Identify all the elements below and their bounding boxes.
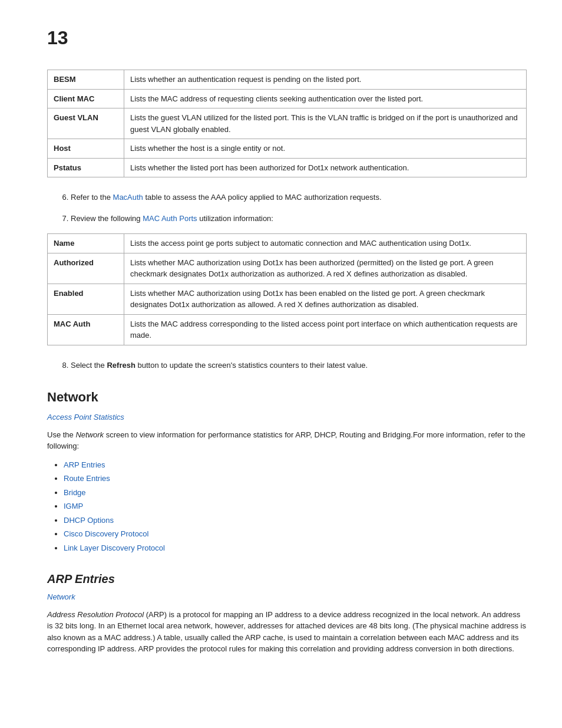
table-cell-col2: Lists the MAC address of requesting clie… <box>124 89 527 108</box>
table-cell-col2: Lists whether the host is a single entit… <box>124 139 527 159</box>
network-subsection-link[interactable]: Network <box>47 591 527 603</box>
table-cell-col1: Pstatus <box>48 158 124 177</box>
table-cell-col2: Lists the access point ge ports subject … <box>124 234 527 253</box>
table-row: BESMLists whether an authentication requ… <box>48 70 527 90</box>
table-cell-col2: Lists the guest VLAN utilized for the li… <box>124 108 527 139</box>
network-bullet-list: ARP EntriesRoute EntriesBridgeIGMPDHCP O… <box>64 459 527 554</box>
network-heading: Network <box>47 387 527 407</box>
list-item: IGMP <box>64 500 527 512</box>
step6-text-after: table to assess the AAA policy applied t… <box>143 193 382 202</box>
network-section: Network Access Point Statistics Use the … <box>47 387 527 554</box>
step-7: Review the following MAC Auth Ports util… <box>71 213 527 225</box>
table-row: NameLists the access point ge ports subj… <box>48 234 527 253</box>
top-table: BESMLists whether an authentication requ… <box>47 70 527 177</box>
table-row: MAC AuthLists the MAC address correspond… <box>48 314 527 345</box>
table-cell-col2: Lists whether MAC authorization using Do… <box>124 253 527 284</box>
network-body-text: Use the Network screen to view informati… <box>47 429 527 452</box>
step-6: Refer to the MacAuth table to assess the… <box>71 192 527 203</box>
bullet-link[interactable]: IGMP <box>64 502 83 510</box>
bullet-link[interactable]: Link Layer Discovery Protocol <box>64 543 165 552</box>
list-item: Cisco Discovery Protocol <box>64 528 527 540</box>
macauth-link[interactable]: MacAuth <box>113 193 143 202</box>
bullet-link[interactable]: Bridge <box>64 488 86 497</box>
table-row: HostLists whether the host is a single e… <box>48 139 527 159</box>
list-item: DHCP Options <box>64 515 527 526</box>
step8-text-after: button to update the screen's statistics… <box>135 361 368 370</box>
list-item: Bridge <box>64 487 527 499</box>
list-item: Link Layer Discovery Protocol <box>64 542 527 554</box>
arp-body-italic: Address Resolution Protocol <box>47 610 144 619</box>
step7-text-after: utilization information: <box>197 214 273 223</box>
step6-text-before: Refer to the <box>71 193 113 202</box>
bullet-link[interactable]: Route Entries <box>64 474 110 483</box>
page-number: 13 <box>47 24 527 52</box>
table-cell-col1: Name <box>48 234 124 253</box>
mac-auth-ports-link[interactable]: MAC Auth Ports <box>143 214 197 223</box>
bullet-link[interactable]: DHCP Options <box>64 516 114 525</box>
table-cell-col1: BESM <box>48 70 124 90</box>
table-cell-col1: Host <box>48 139 124 159</box>
step7-text-before: Review the following <box>71 214 143 223</box>
list-item: Route Entries <box>64 473 527 485</box>
table-cell-col1: Guest VLAN <box>48 108 124 139</box>
table-cell-col2: Lists whether MAC authorization using Do… <box>124 284 527 314</box>
step8-text: Select the <box>71 361 107 370</box>
table-cell-col1: Client MAC <box>48 89 124 108</box>
arp-section: ARP Entries Network Address Resolution P… <box>47 570 527 655</box>
middle-table: NameLists the access point ge ports subj… <box>47 233 527 345</box>
table-row: Client MACLists the MAC address of reque… <box>48 89 527 108</box>
bullet-link[interactable]: ARP Entries <box>64 460 105 469</box>
table-cell-col1: Authorized <box>48 253 124 284</box>
arp-body-text: Address Resolution Protocol (ARP) is a p… <box>47 609 527 655</box>
table-cell-col2: Lists whether an authentication request … <box>124 70 527 90</box>
refresh-label: Refresh <box>107 361 135 370</box>
table-cell-col1: MAC Auth <box>48 314 124 345</box>
table-cell-col2: Lists the MAC address corresponding to t… <box>124 314 527 345</box>
arp-heading: ARP Entries <box>47 570 527 588</box>
table-cell-col1: Enabled <box>48 284 124 314</box>
table-row: AuthorizedLists whether MAC authorizatio… <box>48 253 527 284</box>
list-item: ARP Entries <box>64 459 527 471</box>
table-row: PstatusLists whether the listed port has… <box>48 158 527 177</box>
bullet-link[interactable]: Cisco Discovery Protocol <box>64 529 149 538</box>
access-point-statistics-link[interactable]: Access Point Statistics <box>47 411 527 423</box>
table-row: Guest VLANLists the guest VLAN utilized … <box>48 108 527 139</box>
table-row: EnabledLists whether MAC authorization u… <box>48 284 527 314</box>
step-8: Select the Refresh button to update the … <box>71 360 527 371</box>
table-cell-col2: Lists whether the listed port has been a… <box>124 158 527 177</box>
